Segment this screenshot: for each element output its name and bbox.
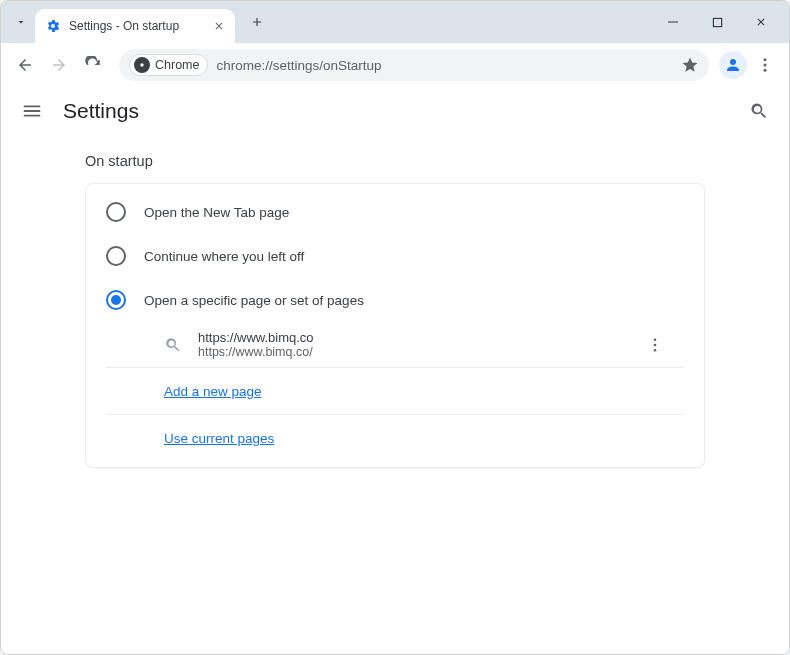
gear-icon (45, 18, 61, 34)
chrome-chip-label: Chrome (155, 58, 199, 72)
svg-point-6 (654, 338, 657, 341)
option-label: Continue where you left off (144, 249, 304, 264)
option-label: Open a specific page or set of pages (144, 293, 364, 308)
user-icon (724, 56, 742, 74)
page-entry-menu-button[interactable] (646, 336, 664, 354)
arrow-right-icon (50, 56, 68, 74)
svg-point-8 (654, 348, 657, 351)
option-specific-pages[interactable]: Open a specific page or set of pages (86, 278, 704, 322)
svg-point-2 (140, 63, 143, 66)
reload-icon (84, 56, 102, 74)
menu-button[interactable] (21, 100, 43, 122)
page-entry-url: https://www.bimq.co/ (198, 345, 314, 359)
tab-search-dropdown[interactable] (7, 8, 35, 36)
kebab-icon (756, 56, 774, 74)
close-window-button[interactable] (741, 7, 781, 37)
maximize-button[interactable] (697, 7, 737, 37)
section-label: On startup (85, 153, 789, 169)
browser-tab[interactable]: Settings - On startup (35, 9, 235, 43)
chrome-chip: Chrome (129, 54, 208, 76)
arrow-left-icon (16, 56, 34, 74)
option-new-tab[interactable]: Open the New Tab page (86, 190, 704, 234)
svg-point-5 (764, 69, 767, 72)
settings-header: Settings (1, 87, 789, 135)
tab-close-button[interactable] (211, 18, 227, 34)
option-continue[interactable]: Continue where you left off (86, 234, 704, 278)
maximize-icon (712, 17, 723, 28)
kebab-icon (646, 336, 664, 354)
startup-page-entry: https://www.bimq.co https://www.bimq.co/ (106, 322, 684, 368)
window-controls (653, 7, 781, 37)
profile-avatar[interactable] (719, 51, 747, 79)
add-page-link[interactable]: Add a new page (164, 384, 262, 399)
radio-icon (106, 202, 126, 222)
svg-point-4 (764, 64, 767, 67)
page-title: Settings (63, 99, 139, 123)
bookmark-button[interactable] (681, 56, 699, 74)
svg-point-7 (654, 343, 657, 346)
svg-point-3 (764, 58, 767, 61)
chrome-menu-button[interactable] (749, 49, 781, 81)
close-icon (213, 20, 225, 32)
hamburger-icon (21, 100, 43, 122)
chevron-down-icon (15, 16, 27, 28)
page-entry-texts: https://www.bimq.co https://www.bimq.co/ (198, 330, 314, 359)
use-current-link[interactable]: Use current pages (164, 431, 274, 446)
toolbar: Chrome chrome://settings/onStartup (1, 43, 789, 87)
radio-checked-icon (106, 290, 126, 310)
add-page-row: Add a new page (106, 368, 684, 415)
plus-icon (250, 15, 264, 29)
svg-rect-1 (713, 18, 721, 26)
url-text: chrome://settings/onStartup (216, 58, 381, 73)
star-icon (681, 56, 699, 74)
globe-icon (164, 336, 182, 354)
forward-button[interactable] (43, 49, 75, 81)
search-icon (749, 101, 769, 121)
new-tab-button[interactable] (243, 8, 271, 36)
settings-content: Settings On startup Open the New Tab pag… (1, 87, 789, 655)
option-label: Open the New Tab page (144, 205, 289, 220)
radio-icon (106, 246, 126, 266)
titlebar: Settings - On startup (1, 1, 789, 43)
minimize-icon (667, 16, 679, 28)
on-startup-card: Open the New Tab page Continue where you… (85, 183, 705, 468)
use-current-row: Use current pages (106, 415, 684, 461)
address-bar[interactable]: Chrome chrome://settings/onStartup (119, 49, 709, 81)
reload-button[interactable] (77, 49, 109, 81)
chrome-logo-icon (134, 57, 150, 73)
close-icon (755, 16, 767, 28)
search-settings-button[interactable] (749, 101, 769, 121)
tab-title: Settings - On startup (69, 19, 203, 33)
back-button[interactable] (9, 49, 41, 81)
minimize-button[interactable] (653, 7, 693, 37)
page-entry-title: https://www.bimq.co (198, 330, 314, 345)
svg-rect-0 (668, 22, 678, 23)
